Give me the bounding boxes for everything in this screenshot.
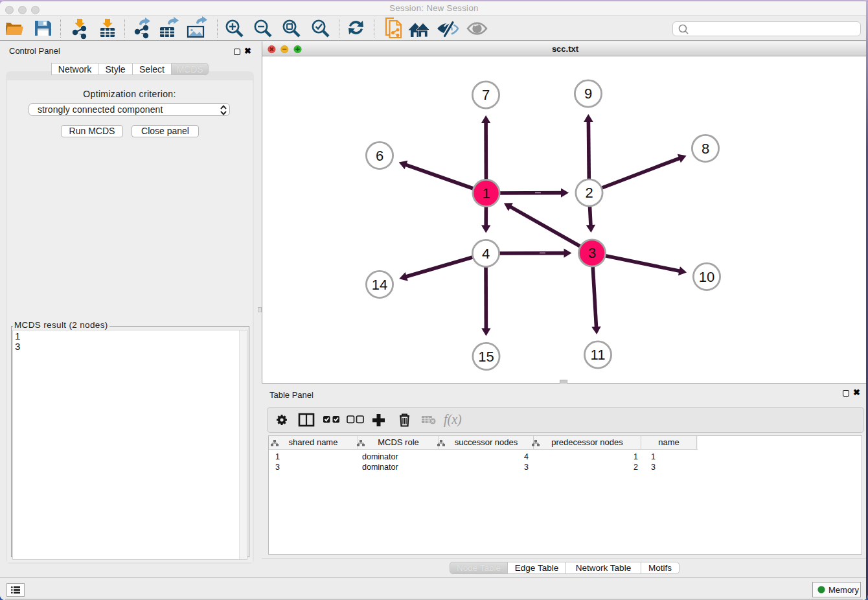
svg-text:4: 4 xyxy=(482,246,490,262)
svg-text:9: 9 xyxy=(584,86,592,102)
svg-text:3: 3 xyxy=(588,245,596,261)
svg-text:8: 8 xyxy=(702,141,709,157)
svg-text:14: 14 xyxy=(372,277,387,293)
svg-text:10: 10 xyxy=(699,269,714,285)
svg-text:f(x): f(x) xyxy=(444,412,462,427)
svg-text:7: 7 xyxy=(482,87,490,103)
svg-text:6: 6 xyxy=(376,148,383,164)
svg-text:11: 11 xyxy=(591,347,606,363)
svg-text:2: 2 xyxy=(585,185,593,201)
svg-text:15: 15 xyxy=(478,349,494,365)
svg-text:1: 1 xyxy=(482,185,490,202)
